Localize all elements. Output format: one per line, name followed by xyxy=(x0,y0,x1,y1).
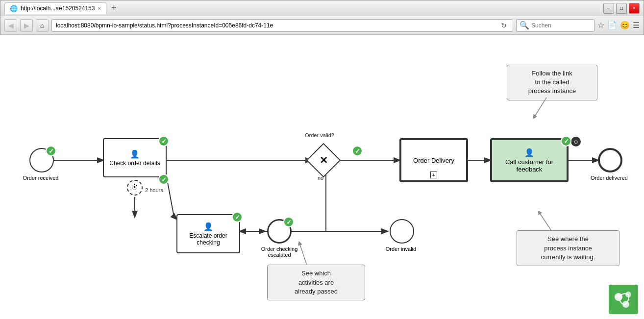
end-event-order-delivered[interactable] xyxy=(598,148,622,172)
svg-line-11 xyxy=(167,177,174,217)
reader-icon[interactable]: 📄 xyxy=(607,21,617,30)
svg-line-13 xyxy=(534,98,546,117)
content-area: ✓ Order received 👤 Check order details ✓… xyxy=(0,35,644,319)
gateway-order-valid[interactable]: ✕ xyxy=(306,143,341,178)
search-input[interactable] xyxy=(531,22,591,29)
title-bar: 🌐 http://localh...ae1520524153 × + − □ × xyxy=(0,0,644,16)
tooltip-follow-link: Follow the linkto the calledprocess inst… xyxy=(507,65,597,100)
home-button[interactable]: ⌂ xyxy=(36,19,49,32)
event-escalated-label: Order checking escalated xyxy=(255,246,304,258)
tooltip-activities: See whichactivities arealready passed xyxy=(267,265,365,300)
event-invalid-label: Order invalid xyxy=(381,246,421,252)
start-event-label: Order received xyxy=(19,175,63,181)
check-badge-check-order2: ✓ xyxy=(158,174,169,185)
address-bar[interactable]: ↻ xyxy=(51,19,513,32)
task-check-order[interactable]: 👤 Check order details xyxy=(103,138,167,177)
search-icon: 🔍 xyxy=(520,21,529,30)
tooltip-waiting: See where theprocess instancecurrently i… xyxy=(517,230,619,266)
tab-title: http://localh...ae1520524153 xyxy=(21,5,95,12)
tooltip-arrow-follow xyxy=(532,98,561,120)
refresh-button[interactable]: ↻ xyxy=(499,22,509,29)
tooltip-arrow-activities xyxy=(297,241,326,268)
minimize-button[interactable]: − xyxy=(603,3,614,14)
person-icon-2: 👤 xyxy=(203,222,213,231)
task-escalate-label: Escalate order checking xyxy=(179,232,237,246)
check-badge-gateway: ✓ xyxy=(352,146,363,156)
tooltip-waiting-text: See where theprocess instancecurrently i… xyxy=(541,235,595,260)
gateway-no-label: no xyxy=(318,175,323,181)
check-badge-escalated: ✓ xyxy=(283,217,294,227)
window-controls: − □ × xyxy=(603,3,640,14)
event-order-invalid[interactable] xyxy=(390,219,414,244)
browser-tab[interactable]: 🌐 http://localh...ae1520524153 × xyxy=(4,2,106,14)
check-badge-start: ✓ xyxy=(46,146,56,156)
tab-favicon: 🌐 xyxy=(10,5,18,12)
task-call-customer[interactable]: 👤 Call customer for feedback xyxy=(490,138,569,182)
sub-process-marker: + xyxy=(430,172,437,178)
check-badge-call1: ✓ xyxy=(561,136,571,147)
link-icon[interactable]: ⊙ xyxy=(571,137,581,147)
timer-label: 2 hours xyxy=(145,187,163,193)
tab-close-button[interactable]: × xyxy=(98,5,100,11)
url-input[interactable] xyxy=(56,22,499,29)
check-badge-check-order: ✓ xyxy=(158,136,169,147)
svg-line-14 xyxy=(539,212,551,231)
task-order-delivery-label: Order Delivery xyxy=(413,157,454,164)
menu-icon[interactable]: ☰ xyxy=(633,21,640,30)
maximize-button[interactable]: □ xyxy=(616,3,627,14)
forward-button[interactable]: ▶ xyxy=(20,19,33,32)
gateway-label: Order valid? xyxy=(305,132,334,138)
search-bar[interactable]: 🔍 xyxy=(516,19,594,32)
task-call-customer-label: Call customer for feedback xyxy=(494,158,565,173)
user-icon[interactable]: 😊 xyxy=(620,21,630,30)
tooltip-arrow-waiting xyxy=(537,211,566,233)
task-escalate-order[interactable]: 👤 Escalate order checking xyxy=(176,214,240,253)
svg-line-15 xyxy=(299,243,307,265)
nav-icons: ☆ 📄 😊 ☰ xyxy=(597,21,640,30)
task-check-order-label: Check order details xyxy=(109,160,160,167)
timer-event[interactable]: ⏱ xyxy=(127,180,143,196)
back-button[interactable]: ◀ xyxy=(4,19,17,32)
bookmark-icon[interactable]: ☆ xyxy=(597,21,604,30)
new-tab-button[interactable]: + xyxy=(108,3,120,13)
tooltip-follow-text: Follow the linkto the calledprocess inst… xyxy=(528,70,576,95)
tooltip-activities-text: See whichactivities arealready passed xyxy=(295,270,338,294)
person-icon: 👤 xyxy=(130,149,140,159)
logo-svg xyxy=(611,287,636,312)
close-button[interactable]: × xyxy=(629,3,640,14)
browser-window: 🌐 http://localh...ae1520524153 × + − □ ×… xyxy=(0,0,644,35)
bpmn-io-logo xyxy=(609,285,638,314)
task-order-delivery[interactable]: Order Delivery + xyxy=(399,138,468,182)
check-badge-escalate: ✓ xyxy=(232,212,243,222)
nav-bar: ◀ ▶ ⌂ ↻ 🔍 ☆ 📄 😊 ☰ xyxy=(0,16,644,35)
person-icon-3: 👤 xyxy=(524,148,534,157)
end-event-label: Order delivered xyxy=(587,175,631,181)
